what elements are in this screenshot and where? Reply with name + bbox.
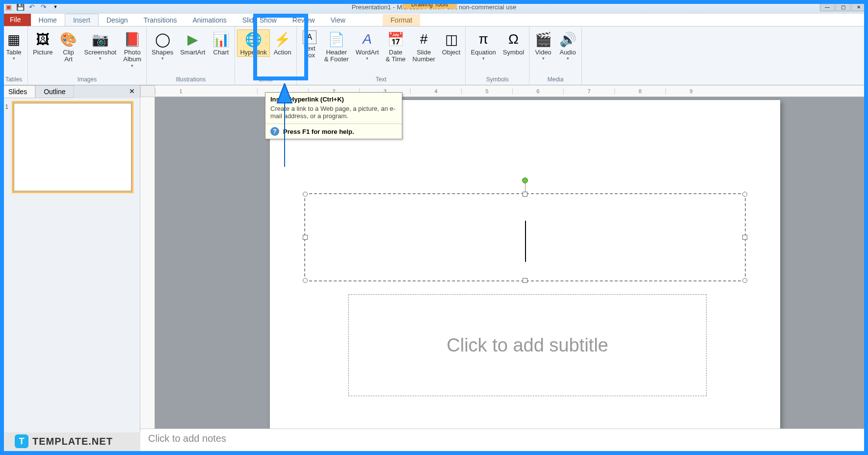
- equation-icon: π: [474, 30, 492, 48]
- picture-button[interactable]: 🖼Picture: [30, 29, 55, 57]
- group-label-illustrations: Illustrations: [149, 75, 233, 84]
- resize-handle-e[interactable]: [742, 235, 747, 240]
- wordart-button[interactable]: AWordArt▾: [353, 29, 382, 62]
- ribbon: ▦Table▾ Tables 🖼Picture 🎨Clip Art 📷Scree…: [0, 26, 868, 85]
- tab-transitions[interactable]: Transitions: [136, 14, 185, 26]
- chart-button[interactable]: 📊Chart: [209, 29, 233, 57]
- group-images: 🖼Picture 🎨Clip Art 📷Screenshot▾ 📕Photo A…: [28, 26, 147, 85]
- watermark-icon: T: [15, 434, 28, 448]
- context-tab-label: Drawing Tools: [402, 0, 457, 9]
- tooltip-body: Create a link to a Web page, a picture, …: [265, 104, 402, 124]
- side-panel: Slides Outline ✕ 1: [0, 85, 140, 432]
- tooltip-hyperlink: Insert Hyperlink (Ctrl+K) Create a link …: [265, 92, 402, 139]
- resize-handle-w[interactable]: [303, 235, 308, 240]
- object-icon: ◫: [443, 30, 460, 48]
- resize-handle-se[interactable]: [742, 278, 747, 283]
- rotate-handle[interactable]: [522, 177, 528, 183]
- group-label-media: Media: [531, 75, 579, 84]
- title-textbox-selected[interactable]: [304, 193, 746, 281]
- side-tab-slides[interactable]: Slides: [0, 85, 35, 98]
- equation-button[interactable]: πEquation▾: [468, 29, 499, 62]
- slide-thumbnail-1[interactable]: [14, 103, 132, 191]
- resize-handle-sw[interactable]: [303, 278, 308, 283]
- redo-icon[interactable]: ↷: [38, 1, 49, 12]
- tab-slideshow[interactable]: Slide Show: [235, 14, 285, 26]
- datetime-icon: 📅: [387, 30, 404, 48]
- slide-number: 1: [5, 103, 8, 110]
- slide-canvas[interactable]: Click to add subtitle: [270, 100, 780, 432]
- undo-icon[interactable]: ↶: [26, 1, 37, 12]
- ruler-corner: [140, 85, 155, 97]
- resize-handle-nw[interactable]: [303, 192, 308, 197]
- tab-insert[interactable]: Insert: [65, 14, 99, 26]
- object-button[interactable]: ◫Object: [439, 29, 464, 57]
- audio-button[interactable]: 🔊Audio▾: [556, 29, 579, 62]
- group-symbols: πEquation▾ ΩSymbol Symbols: [466, 26, 529, 85]
- subtitle-placeholder: Click to add subtitle: [447, 335, 608, 356]
- smartart-button[interactable]: ▶SmartArt: [177, 29, 208, 57]
- workspace: Slides Outline ✕ 1 1123456789: [0, 85, 868, 432]
- tab-animations[interactable]: Animations: [184, 14, 234, 26]
- clipart-button[interactable]: 🎨Clip Art: [56, 29, 80, 64]
- tab-file[interactable]: File: [0, 13, 31, 26]
- action-icon: ⚡: [274, 30, 291, 48]
- qat-dropdown-icon[interactable]: ▼: [50, 1, 61, 12]
- resize-handle-n[interactable]: [523, 192, 527, 197]
- group-illustrations: ◯Shapes▾ ▶SmartArt 📊Chart Illustrations: [147, 26, 235, 85]
- symbol-button[interactable]: ΩSymbol: [500, 29, 527, 57]
- group-label-symbols: Symbols: [468, 75, 527, 84]
- group-label-images: Images: [30, 75, 144, 84]
- horizontal-ruler[interactable]: 1123456789: [155, 85, 868, 97]
- tooltip-footer: ? Press F1 for more help.: [265, 124, 402, 139]
- textbox-button[interactable]: AText Box: [299, 29, 320, 60]
- vertical-ruler[interactable]: [140, 97, 155, 432]
- side-tab-outline[interactable]: Outline: [35, 85, 74, 98]
- datetime-button[interactable]: 📅Date & Time: [383, 29, 408, 64]
- tab-home[interactable]: Home: [31, 14, 65, 26]
- symbol-icon: Ω: [504, 30, 522, 48]
- screenshot-icon: 📷: [91, 30, 109, 48]
- group-label-tables: Tables: [2, 75, 26, 84]
- tab-review[interactable]: Review: [285, 14, 323, 26]
- chart-icon: 📊: [212, 30, 230, 48]
- shapes-icon: ◯: [154, 30, 171, 48]
- minimize-button[interactable]: —: [820, 2, 835, 11]
- maximize-button[interactable]: ▢: [836, 2, 850, 11]
- watermark-text: TEMPLATE.NET: [32, 436, 113, 447]
- ribbon-tabs: File Home Insert Design Transitions Anim…: [0, 14, 868, 26]
- clipart-icon: 🎨: [59, 30, 77, 48]
- shapes-button[interactable]: ◯Shapes▾: [149, 29, 176, 62]
- hyperlink-button[interactable]: 🌐Hyperlink: [237, 29, 269, 57]
- group-media: 🎬Video▾ 🔊Audio▾ Media: [529, 26, 582, 85]
- close-button[interactable]: ✕: [851, 2, 866, 11]
- quick-access-toolbar: ▣ 💾 ↶ ↷ ▼: [2, 1, 61, 12]
- resize-handle-s[interactable]: [523, 278, 527, 283]
- photoalbum-button[interactable]: 📕Photo Album▾: [120, 29, 144, 69]
- powerpoint-icon[interactable]: ▣: [3, 1, 14, 12]
- tab-view[interactable]: View: [323, 14, 353, 26]
- hyperlink-icon: 🌐: [245, 30, 263, 48]
- save-icon[interactable]: 💾: [15, 1, 26, 12]
- action-button[interactable]: ⚡Action: [271, 29, 294, 57]
- subtitle-textbox[interactable]: Click to add subtitle: [348, 294, 707, 396]
- headerfooter-button[interactable]: 📄Header & Footer: [321, 29, 352, 64]
- tooltip-footer-text: Press F1 for more help.: [283, 128, 354, 135]
- close-panel-icon[interactable]: ✕: [124, 85, 140, 98]
- table-button[interactable]: ▦Table▾: [2, 29, 26, 62]
- tab-design[interactable]: Design: [99, 14, 136, 26]
- thumbnail-area: 1: [0, 98, 140, 198]
- notes-pane[interactable]: Click to add notes: [140, 429, 864, 451]
- tab-format[interactable]: Format: [383, 14, 420, 26]
- resize-handle-ne[interactable]: [742, 192, 747, 197]
- wordart-icon: A: [358, 30, 376, 48]
- audio-icon: 🔊: [559, 30, 577, 48]
- photoalbum-icon: 📕: [124, 30, 141, 48]
- video-button[interactable]: 🎬Video▾: [531, 29, 555, 62]
- watermark: T TEMPLATE.NET: [15, 434, 113, 448]
- help-icon: ?: [270, 127, 279, 136]
- screenshot-button[interactable]: 📷Screenshot▾: [81, 29, 119, 62]
- group-tables: ▦Table▾ Tables: [0, 26, 28, 85]
- tooltip-title: Insert Hyperlink (Ctrl+K): [265, 93, 402, 104]
- slidenumber-button[interactable]: #Slide Number: [410, 29, 438, 64]
- textbox-icon: A: [303, 30, 316, 44]
